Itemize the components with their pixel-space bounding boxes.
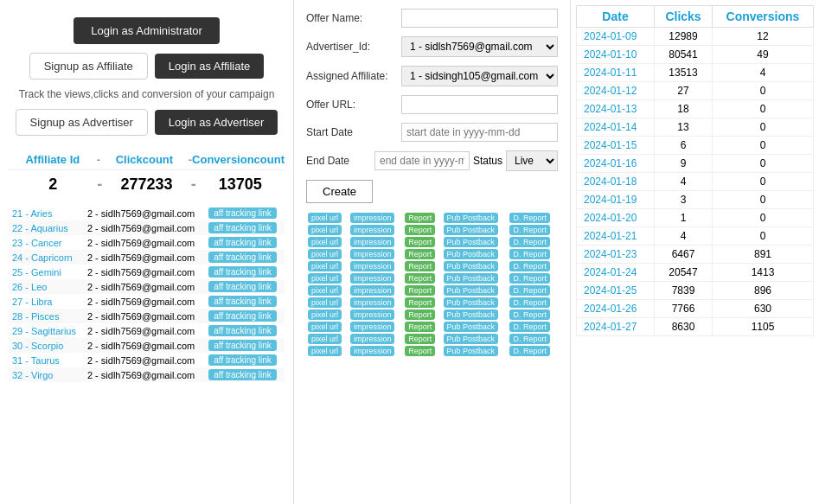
pub-postback-button[interactable]: Pub Postback [444,249,499,259]
table-row: pixel url impression Report Pub Postback… [306,212,558,224]
pixel-url-button[interactable]: pixel url [308,334,342,344]
assigned-affiliate-select[interactable]: 1 - sidsingh105@gmail.com [401,66,558,86]
d-report-button[interactable]: D. Report [509,273,550,284]
report-button[interactable]: Report [405,285,435,296]
pub-postback-button[interactable]: Pub Postback [444,285,499,296]
aff-tracking-link-button[interactable]: aff tracking link [208,296,277,307]
report-button[interactable]: Report [405,309,435,320]
d-report-button[interactable]: D. Report [509,322,550,332]
offer-name-input[interactable] [401,9,558,28]
date-cell: 2024-01-21 [577,227,655,246]
report-button[interactable]: Report [405,346,435,356]
pub-postback-button[interactable]: Pub Postback [444,225,499,235]
end-date-input[interactable] [374,151,470,170]
impression-button[interactable]: impression [350,213,395,223]
pub-postback-button[interactable]: Pub Postback [444,346,499,356]
status-select[interactable]: Live Paused Expired [506,150,558,171]
pixel-url-button[interactable]: pixel url [308,225,342,235]
pixel-url-button[interactable]: pixel url [308,213,342,223]
pub-postback-button[interactable]: Pub Postback [444,309,499,320]
impression-button[interactable]: impression [350,249,395,259]
date-cell: 2024-01-10 [577,46,655,64]
d-report-button[interactable]: D. Report [509,225,550,235]
login-affiliate-button[interactable]: Login as Affiliate [155,54,264,79]
pixel-url-button[interactable]: pixel url [308,309,342,320]
report-button[interactable]: Report [405,297,435,308]
list-item: 27 - Libra 2 - sidlh7569@gmail.com aff t… [9,294,285,309]
aff-tracking-link-button[interactable]: aff tracking link [208,266,277,278]
login-advertiser-button[interactable]: Login as Advertiser [155,110,278,135]
pixel-url-button[interactable]: pixel url [308,285,342,296]
pub-postback-button[interactable]: Pub Postback [444,334,499,344]
pixel-url-button[interactable]: pixel url [308,297,342,308]
pixel-url-button[interactable]: pixel url [308,273,342,284]
signup-affiliate-button[interactable]: Signup as Affiliate [29,53,148,80]
pub-postback-button[interactable]: Pub Postback [444,322,499,332]
d-report-button[interactable]: D. Report [509,309,550,320]
end-date-row: End Date Status Live Paused Expired [306,150,558,171]
pixel-url-button[interactable]: pixel url [308,261,342,271]
pixel-url-button[interactable]: pixel url [308,322,342,332]
advertiser-id-label: Advertiser_Id: [306,41,401,53]
pub-postback-button[interactable]: Pub Postback [444,213,499,223]
aff-tracking-link-button[interactable]: aff tracking link [208,281,277,292]
aff-tracking-link-button[interactable]: aff tracking link [208,354,277,366]
report-button[interactable]: Report [405,249,435,259]
impression-button[interactable]: impression [350,273,395,284]
clicks-cell: 27 [655,82,713,100]
impression-button[interactable]: impression [350,237,395,247]
aff-tracking-link-button[interactable]: aff tracking link [208,369,277,380]
report-button[interactable]: Report [405,322,435,332]
offer-url-input[interactable] [401,95,558,114]
pixel-url-button[interactable]: pixel url [308,346,342,356]
affiliate-email-cell: 2 - sidlh7569@gmail.com [84,220,205,235]
aff-tracking-link-button[interactable]: aff tracking link [208,222,277,233]
aff-tracking-link-button[interactable]: aff tracking link [208,340,277,351]
pixel-url-button[interactable]: pixel url [308,249,342,259]
impression-button[interactable]: impression [350,225,395,235]
report-button[interactable]: Report [405,261,435,271]
aff-tracking-link-button[interactable]: aff tracking link [208,325,277,336]
aff-tracking-link-button[interactable]: aff tracking link [208,237,277,248]
pub-postback-button[interactable]: Pub Postback [444,261,499,271]
click-value: 277233 [102,175,190,194]
d-report-button[interactable]: D. Report [509,346,550,356]
aff-tracking-link-button[interactable]: aff tracking link [208,310,277,322]
impression-button[interactable]: impression [350,309,395,320]
impression-button[interactable]: impression [350,297,395,308]
impression-button[interactable]: impression [350,346,395,356]
impression-button[interactable]: impression [350,322,395,332]
report-button[interactable]: Report [405,273,435,284]
affiliate-email-cell: 2 - sidlh7569@gmail.com [84,294,205,309]
login-admin-button[interactable]: Login as Administrator [74,17,220,44]
pub-postback-button[interactable]: Pub Postback [444,237,499,247]
d-report-button[interactable]: D. Report [509,285,550,296]
aff-tracking-link-button[interactable]: aff tracking link [208,252,277,263]
signup-advertiser-button[interactable]: Signup as Advertiser [16,109,148,136]
pub-postback-button[interactable]: Pub Postback [444,297,499,308]
report-button[interactable]: Report [405,225,435,235]
conversions-cell: 0 [712,137,813,155]
pixel-url-button[interactable]: pixel url [308,237,342,247]
create-button[interactable]: Create [306,180,373,203]
d-report-button[interactable]: D. Report [509,261,550,271]
impression-button[interactable]: impression [350,285,395,296]
d-report-button[interactable]: D. Report [509,297,550,308]
report-button[interactable]: Report [405,334,435,344]
impression-button[interactable]: impression [350,334,395,344]
assigned-affiliate-label: Assigned Affiliate: [306,70,401,82]
advertiser-id-select[interactable]: 1 - sidlsh7569@gmail.com [401,36,558,57]
impression-button[interactable]: impression [350,261,395,271]
d-report-button[interactable]: D. Report [509,237,550,247]
start-date-input[interactable] [401,123,558,142]
date-cell: 2024-01-19 [577,191,655,209]
pub-postback-button[interactable]: Pub Postback [444,273,499,284]
d-report-button[interactable]: D. Report [509,249,550,259]
date-cell: 2024-01-27 [577,318,655,336]
list-item: 26 - Leo 2 - sidlh7569@gmail.com aff tra… [9,279,285,294]
d-report-button[interactable]: D. Report [509,213,550,223]
d-report-button[interactable]: D. Report [509,334,550,344]
report-button[interactable]: Report [405,237,435,247]
aff-tracking-link-button[interactable]: aff tracking link [208,207,277,219]
report-button[interactable]: Report [405,213,435,223]
